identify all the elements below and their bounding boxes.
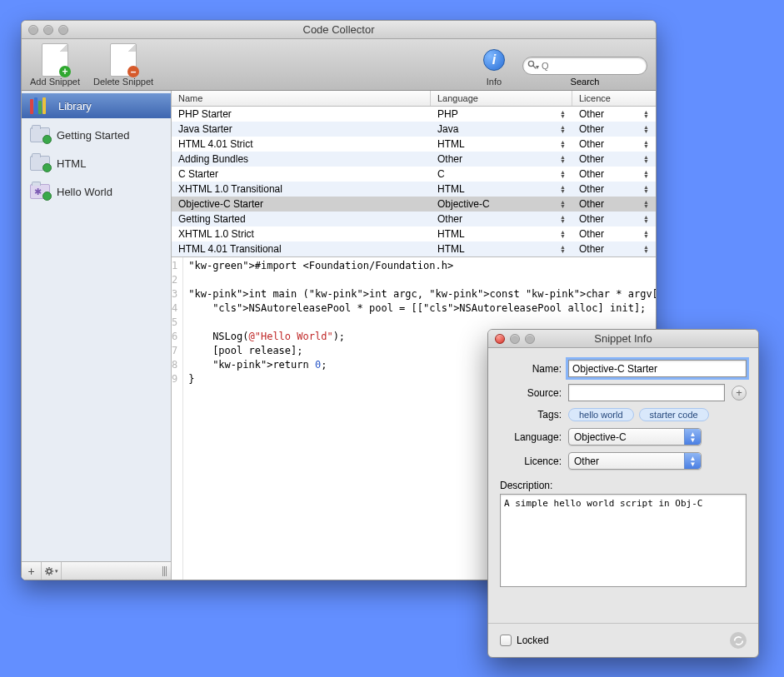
table-row[interactable]: Adding BundlesOther▲▼Other▲▼	[172, 152, 656, 167]
dropdown-stepper-icon[interactable]: ▲▼	[643, 200, 649, 208]
table-row[interactable]: PHP StarterPHP▲▼Other▲▼	[172, 107, 656, 122]
dropdown-stepper-icon[interactable]: ▲▼	[560, 155, 566, 163]
dropdown-stepper-icon[interactable]: ▲▼	[560, 125, 566, 133]
column-header-language[interactable]: Language	[431, 91, 572, 106]
cell-language[interactable]: HTML▲▼	[431, 241, 572, 256]
cell-language[interactable]: HTML▲▼	[431, 226, 572, 241]
cell-language[interactable]: HTML▲▼	[431, 137, 572, 152]
delete-snippet-button[interactable]: Delete Snippet	[93, 45, 153, 87]
dropdown-stepper-icon[interactable]: ▲▼	[560, 200, 566, 208]
sidebar-item-label: Library	[58, 100, 92, 112]
dropdown-stepper-icon[interactable]: ▲▼	[643, 140, 649, 148]
sidebar-item-hello-world[interactable]: ✱Hello World	[22, 180, 171, 203]
column-header-licence[interactable]: Licence	[572, 91, 656, 106]
info-locked-checkbox[interactable]: Locked	[500, 635, 549, 646]
column-header-name[interactable]: Name	[172, 91, 431, 106]
info-source-add-button[interactable]: +	[732, 386, 747, 401]
dropdown-stepper-icon[interactable]: ▲▼	[560, 245, 566, 253]
table-row[interactable]: XHTML 1.0 TransitionalHTML▲▼Other▲▼	[172, 182, 656, 197]
info-tags-field[interactable]: hello worldstarter code	[568, 408, 747, 421]
cell-licence[interactable]: Other▲▼	[572, 122, 656, 137]
search-menu-arrow-icon[interactable]: ▾	[536, 63, 539, 71]
dropdown-stepper-icon[interactable]: ▲▼	[560, 215, 566, 223]
info-description-label: Description:	[500, 480, 747, 491]
dropdown-stepper-icon[interactable]: ▲▼	[560, 170, 566, 178]
snippet-info-window: Snippet Info Name: Source: + Tags: hello…	[487, 329, 759, 658]
cell-language[interactable]: PHP▲▼	[431, 107, 572, 122]
smart-folder-icon: ✱	[30, 184, 50, 199]
cell-name: Adding Bundles	[172, 152, 431, 167]
dropdown-stepper-icon[interactable]: ▲▼	[643, 185, 649, 193]
titlebar: Code Collector	[22, 21, 656, 39]
info-zoom-button[interactable]	[525, 334, 535, 344]
zoom-window-button[interactable]	[58, 25, 68, 35]
sidebar-item-library[interactable]: Library	[22, 93, 171, 118]
table-row[interactable]: Objective-C StarterObjective-C▲▼Other▲▼	[172, 197, 656, 212]
cell-licence[interactable]: Other▲▼	[572, 107, 656, 122]
sidebar-action-menu[interactable]: ▾	[42, 562, 62, 580]
cell-language[interactable]: Objective-C▲▼	[431, 197, 572, 212]
info-minimize-button[interactable]	[510, 334, 520, 344]
sidebar-item-html[interactable]: HTML	[22, 152, 171, 175]
table-row[interactable]: Getting StartedOther▲▼Other▲▼	[172, 212, 656, 226]
cell-licence[interactable]: Other▲▼	[572, 212, 656, 226]
sidebar-footer: + ▾	[22, 561, 171, 580]
add-snippet-icon	[42, 43, 68, 77]
sidebar-add-button[interactable]: +	[22, 562, 42, 580]
info-name-input[interactable]	[568, 360, 747, 377]
dropdown-stepper-icon[interactable]: ▲▼	[643, 215, 649, 223]
info-name-label: Name:	[500, 363, 562, 375]
dropdown-stepper-icon[interactable]: ▲▼	[643, 110, 649, 118]
dropdown-stepper-icon[interactable]: ▲▼	[643, 245, 649, 253]
table-row[interactable]: HTML 4.01 StrictHTML▲▼Other▲▼	[172, 137, 656, 152]
search-input[interactable]	[522, 57, 647, 75]
cell-licence[interactable]: Other▲▼	[572, 167, 656, 182]
table-row[interactable]: Java StarterJava▲▼Other▲▼	[172, 122, 656, 137]
table-row[interactable]: C StarterC▲▼Other▲▼	[172, 167, 656, 182]
close-window-button[interactable]	[28, 25, 38, 35]
cell-language[interactable]: HTML▲▼	[431, 182, 572, 197]
cell-language[interactable]: Other▲▼	[431, 152, 572, 167]
dropdown-stepper-icon[interactable]: ▲▼	[560, 185, 566, 193]
info-close-button[interactable]	[495, 334, 505, 344]
dropdown-stepper-icon[interactable]: ▲▼	[643, 125, 649, 133]
cell-licence[interactable]: Other▲▼	[572, 152, 656, 167]
info-language-label: Language:	[500, 431, 562, 443]
cell-licence[interactable]: Other▲▼	[572, 241, 656, 256]
dropdown-stepper-icon[interactable]: ▲▼	[560, 230, 566, 238]
cell-language[interactable]: C▲▼	[431, 167, 572, 182]
library-icon	[30, 97, 52, 114]
sidebar-item-getting-started[interactable]: Getting Started	[22, 123, 171, 147]
info-language-select[interactable]: Objective-C ▲▼	[568, 428, 702, 446]
tag-pill[interactable]: starter code	[639, 408, 709, 421]
dropdown-stepper-icon[interactable]: ▲▼	[643, 155, 649, 163]
cell-licence[interactable]: Other▲▼	[572, 226, 656, 241]
info-sync-icon[interactable]	[730, 632, 747, 649]
dropdown-stepper-icon[interactable]: ▲▼	[643, 230, 649, 238]
cell-language[interactable]: Java▲▼	[431, 122, 572, 137]
info-source-input[interactable]	[568, 384, 725, 401]
cell-language[interactable]: Other▲▼	[431, 212, 572, 226]
cell-licence[interactable]: Other▲▼	[572, 197, 656, 212]
minimize-window-button[interactable]	[43, 25, 53, 35]
info-locked-label: Locked	[517, 635, 549, 646]
table-row[interactable]: XHTML 1.0 StrictHTML▲▼Other▲▼	[172, 226, 656, 241]
add-snippet-button[interactable]: Add Snippet	[30, 45, 80, 87]
svg-line-8	[52, 573, 52, 574]
cell-name: Objective-C Starter	[172, 197, 431, 212]
sidebar-resize-grip[interactable]	[157, 566, 171, 576]
tag-pill[interactable]: hello world	[568, 408, 634, 421]
cell-licence[interactable]: Other▲▼	[572, 182, 656, 197]
traffic-lights	[28, 25, 68, 35]
dropdown-stepper-icon[interactable]: ▲▼	[560, 140, 566, 148]
info-button[interactable]: i Info	[479, 45, 509, 87]
info-description-textarea[interactable]	[500, 494, 747, 587]
table-row[interactable]: HTML 4.01 TransitionalHTML▲▼Other▲▼	[172, 241, 656, 256]
svg-line-10	[52, 568, 52, 569]
info-icon: i	[483, 49, 505, 71]
cell-licence[interactable]: Other▲▼	[572, 137, 656, 152]
dropdown-stepper-icon[interactable]: ▲▼	[643, 170, 649, 178]
info-label: Info	[487, 77, 502, 87]
info-licence-select[interactable]: Other ▲▼	[568, 452, 702, 470]
dropdown-stepper-icon[interactable]: ▲▼	[560, 110, 566, 118]
